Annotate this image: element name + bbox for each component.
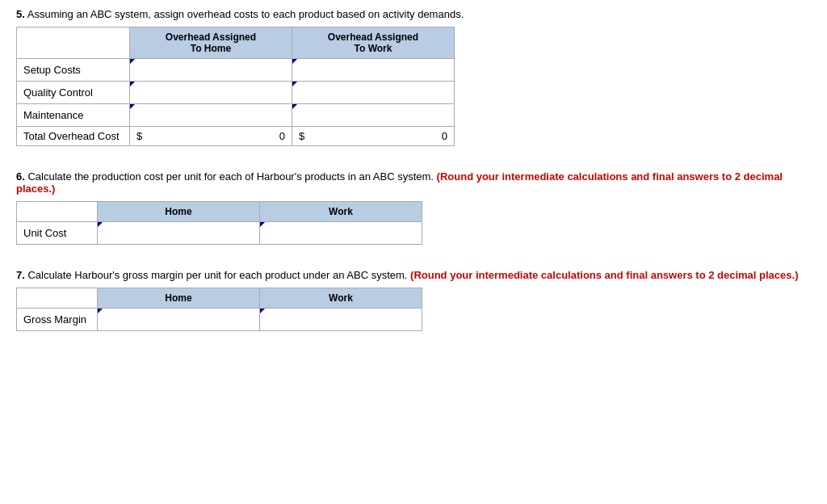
quality-control-home-cell[interactable] (130, 82, 292, 104)
total-work-dollar: $ (299, 130, 304, 142)
input-corner-marker (98, 222, 103, 227)
gross-margin-home-cell[interactable] (98, 309, 260, 331)
unit-cost-work-input[interactable] (267, 225, 415, 241)
q7-col1-header: Home (98, 288, 260, 309)
maintenance-label: Maintenance (17, 104, 130, 127)
total-home-cell: $ 0 (130, 127, 292, 146)
unit-cost-home-cell[interactable] (98, 222, 260, 245)
input-corner-marker (260, 309, 265, 313)
unit-cost-label: Unit Cost (17, 222, 98, 245)
q5-col2-header: Overhead Assigned To Work (292, 27, 455, 59)
question6-table: Home Work Unit Cost (16, 201, 422, 245)
total-work-cell: $ 0 (292, 127, 455, 146)
quality-control-work-input[interactable] (299, 85, 447, 100)
gross-margin-home-input[interactable] (104, 312, 253, 327)
q5-col1-header: Overhead Assigned To Home (130, 27, 292, 59)
gross-margin-label: Gross Margin (17, 309, 98, 331)
question5-section: 5. Assuming an ABC system, assign overhe… (16, 8, 811, 146)
quality-control-home-input[interactable] (136, 85, 285, 100)
setup-costs-home-cell[interactable] (130, 59, 292, 82)
gross-margin-work-input[interactable] (267, 312, 415, 327)
gross-margin-work-cell[interactable] (260, 309, 422, 331)
input-corner-marker (98, 309, 103, 313)
question6-label: 6. Calculate the production cost per uni… (16, 170, 811, 195)
q6-corner-cell (17, 202, 98, 222)
q7-col2-header: Work (260, 288, 422, 309)
quality-control-work-cell[interactable] (292, 82, 455, 104)
total-work-value: 0 (442, 130, 447, 142)
unit-cost-home-input[interactable] (104, 225, 253, 241)
table-row: Setup Costs (17, 59, 455, 82)
unit-cost-work-cell[interactable] (260, 222, 422, 245)
setup-costs-home-input[interactable] (136, 62, 285, 78)
total-home-value: 0 (279, 130, 285, 142)
quality-control-label: Quality Control (17, 82, 130, 104)
question5-label: 5. Assuming an ABC system, assign overhe… (16, 8, 811, 20)
table-row: Maintenance (17, 104, 455, 127)
total-row: Total Overhead Cost $ 0 $ 0 (17, 127, 455, 146)
input-corner-marker (292, 59, 297, 64)
setup-costs-label: Setup Costs (17, 59, 130, 82)
question7-label: 7. Calculate Harbour's gross margin per … (16, 269, 811, 281)
q6-col2-header: Work (260, 202, 422, 222)
setup-costs-work-input[interactable] (299, 62, 447, 78)
maintenance-work-cell[interactable] (292, 104, 455, 127)
table-row: Unit Cost (17, 222, 422, 245)
input-corner-marker (260, 222, 265, 227)
total-home-dollar: $ (136, 130, 142, 142)
maintenance-home-cell[interactable] (130, 104, 292, 127)
question7-section: 7. Calculate Harbour's gross margin per … (16, 269, 811, 331)
setup-costs-work-cell[interactable] (292, 59, 455, 82)
q5-corner-cell (17, 27, 130, 59)
maintenance-home-input[interactable] (136, 107, 285, 123)
total-overhead-label: Total Overhead Cost (17, 127, 130, 146)
question7-table: Home Work Gross Margin (16, 288, 422, 331)
q6-col1-header: Home (98, 202, 260, 222)
question6-section: 6. Calculate the production cost per uni… (16, 170, 811, 245)
maintenance-work-input[interactable] (299, 107, 447, 123)
input-corner-marker (292, 82, 297, 86)
input-corner-marker (130, 82, 135, 86)
q7-corner-cell (17, 288, 98, 309)
input-corner-marker (130, 104, 135, 109)
table-row: Gross Margin (17, 309, 422, 331)
table-row: Quality Control (17, 82, 455, 104)
input-corner-marker (292, 104, 297, 109)
question5-table: Overhead Assigned To Home Overhead Assig… (16, 27, 455, 146)
input-corner-marker (130, 59, 135, 64)
